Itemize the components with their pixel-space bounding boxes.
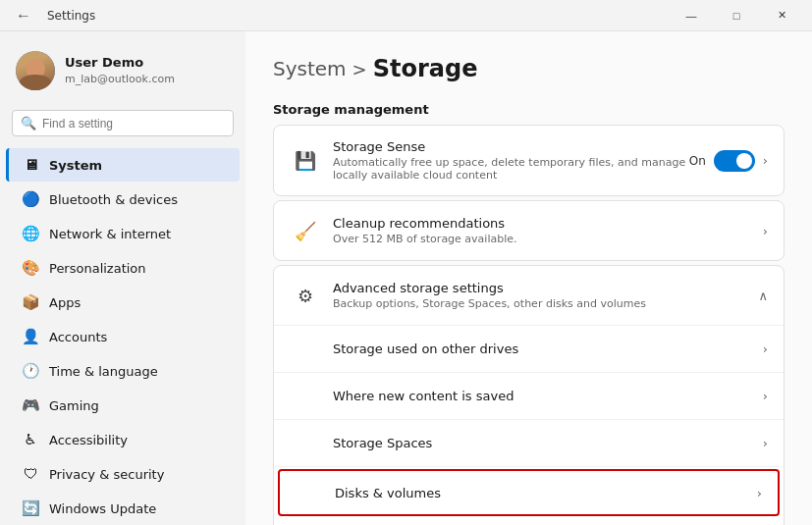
sidebar-nav: 🖥 System 🔵 Bluetooth & devices 🌐 Network…	[0, 148, 245, 525]
storage-sense-toggle[interactable]	[714, 150, 755, 172]
accounts-icon: 👤	[22, 328, 39, 345]
sidebar-item-apps[interactable]: 📦 Apps	[6, 286, 240, 319]
advanced-storage-content: Advanced storage settings Backup options…	[333, 281, 758, 310]
window-controls: — □ ✕	[669, 0, 804, 31]
sidebar-item-accounts[interactable]: 👤 Accounts	[6, 320, 240, 353]
sidebar-item-accessibility[interactable]: ♿ Accessibility	[6, 423, 240, 456]
sidebar-item-privacy[interactable]: 🛡 Privacy & security	[6, 457, 240, 491]
avatar-image	[16, 51, 55, 90]
user-name: User Demo	[65, 54, 175, 72]
disks-volumes-chevron: ›	[757, 486, 762, 500]
sidebar-label-accessibility: Accessibility	[49, 433, 128, 447]
cleanup-subtitle: Over 512 MB of storage available.	[333, 233, 763, 245]
storage-spaces-chevron: ›	[763, 436, 768, 450]
toggle-label: On	[689, 154, 706, 168]
sidebar-item-time[interactable]: 🕐 Time & language	[6, 354, 240, 388]
sidebar-label-system: System	[49, 158, 102, 173]
main-content: System > Storage Storage management 💾 St…	[245, 31, 812, 525]
storage-spaces-label: Storage Spaces	[333, 436, 763, 450]
personalization-icon: 🎨	[22, 259, 39, 277]
storage-sense-icon: 💾	[290, 145, 321, 177]
privacy-icon: 🛡	[22, 465, 39, 483]
sidebar-label-bluetooth: Bluetooth & devices	[49, 192, 178, 207]
advanced-storage-card: ⚙ Advanced storage settings Backup optio…	[273, 265, 785, 525]
sidebar-item-network[interactable]: 🌐 Network & internet	[6, 217, 240, 250]
cleanup-title: Cleanup recommendations	[333, 216, 763, 231]
new-content-row[interactable]: Where new content is saved ›	[274, 373, 784, 420]
sidebar-item-update[interactable]: 🔄 Windows Update	[6, 492, 240, 525]
disks-volumes-label: Disks & volumes	[335, 486, 757, 500]
update-icon: 🔄	[22, 499, 39, 517]
sidebar-label-network: Network & internet	[49, 227, 171, 241]
network-icon: 🌐	[22, 225, 39, 242]
cleanup-chevron: ›	[763, 224, 768, 238]
sidebar-label-accounts: Accounts	[49, 330, 107, 344]
cleanup-icon: 🧹	[290, 215, 321, 246]
minimize-button[interactable]: —	[669, 0, 714, 31]
backup-options-row[interactable]: Backup options ›	[274, 518, 784, 525]
cleanup-content: Cleanup recommendations Over 512 MB of s…	[333, 216, 763, 245]
sidebar-item-personalization[interactable]: 🎨 Personalization	[6, 251, 240, 285]
sidebar-label-update: Windows Update	[49, 501, 156, 516]
sidebar-label-privacy: Privacy & security	[49, 467, 164, 482]
storage-spaces-row[interactable]: Storage Spaces ›	[274, 420, 784, 467]
storage-sense-content: Storage Sense Automatically free up spac…	[333, 139, 689, 182]
user-email: m_lab@outlook.com	[65, 72, 175, 86]
advanced-storage-header[interactable]: ⚙ Advanced storage settings Backup optio…	[274, 266, 784, 326]
section-title: Storage management	[273, 102, 785, 117]
avatar	[16, 51, 55, 90]
advanced-chevron-up: ∧	[758, 289, 768, 303]
storage-sense-chevron: ›	[763, 153, 768, 168]
app-title: Settings	[47, 9, 95, 23]
search-box[interactable]: 🔍	[12, 110, 234, 136]
breadcrumb-separator: >	[352, 59, 367, 79]
cleanup-action: ›	[763, 224, 768, 238]
breadcrumb: System > Storage	[273, 55, 785, 82]
accessibility-icon: ♿	[22, 431, 39, 448]
title-bar: ← Settings — □ ✕	[0, 0, 812, 31]
bluetooth-icon: 🔵	[22, 190, 39, 208]
advanced-sub-rows: Storage used on other drives › Where new…	[274, 326, 784, 525]
other-drives-label: Storage used on other drives	[333, 341, 763, 356]
search-input[interactable]	[42, 117, 225, 131]
sidebar-label-time: Time & language	[49, 364, 158, 379]
storage-sense-card: 💾 Storage Sense Automatically free up sp…	[273, 125, 785, 196]
sidebar: User Demo m_lab@outlook.com 🔍 🖥 System 🔵…	[0, 31, 245, 525]
storage-sense-subtitle: Automatically free up space, delete temp…	[333, 156, 689, 182]
sidebar-item-bluetooth[interactable]: 🔵 Bluetooth & devices	[6, 183, 240, 216]
new-content-chevron: ›	[763, 389, 768, 403]
other-drives-chevron: ›	[763, 341, 768, 356]
breadcrumb-current: Storage	[373, 55, 478, 82]
advanced-storage-action: ∧	[758, 289, 768, 303]
maximize-button[interactable]: □	[714, 0, 759, 31]
cleanup-card: 🧹 Cleanup recommendations Over 512 MB of…	[273, 200, 785, 261]
advanced-storage-subtitle: Backup options, Storage Spaces, other di…	[333, 297, 758, 310]
advanced-storage-title: Advanced storage settings	[333, 281, 758, 295]
sidebar-label-gaming: Gaming	[49, 398, 99, 413]
user-info: User Demo m_lab@outlook.com	[65, 54, 175, 87]
search-icon: 🔍	[21, 116, 36, 131]
other-drives-row[interactable]: Storage used on other drives ›	[274, 326, 784, 373]
app-body: User Demo m_lab@outlook.com 🔍 🖥 System 🔵…	[0, 31, 812, 525]
disks-volumes-row[interactable]: Disks & volumes ›	[278, 469, 780, 516]
storage-sense-action: On ›	[689, 150, 768, 172]
apps-icon: 📦	[22, 293, 39, 311]
storage-sense-title: Storage Sense	[333, 139, 689, 154]
breadcrumb-parent: System	[273, 57, 347, 80]
cleanup-row[interactable]: 🧹 Cleanup recommendations Over 512 MB of…	[274, 201, 784, 260]
advanced-storage-icon: ⚙	[290, 280, 321, 311]
sidebar-item-system[interactable]: 🖥 System	[6, 148, 240, 182]
user-profile: User Demo m_lab@outlook.com	[0, 43, 245, 106]
sidebar-label-personalization: Personalization	[49, 261, 146, 276]
sidebar-label-apps: Apps	[49, 295, 81, 310]
title-bar-left: ← Settings	[8, 3, 95, 28]
system-icon: 🖥	[22, 156, 39, 174]
back-button[interactable]: ←	[8, 3, 39, 28]
time-icon: 🕐	[22, 362, 39, 380]
close-button[interactable]: ✕	[759, 0, 804, 31]
new-content-label: Where new content is saved	[333, 389, 763, 403]
sidebar-item-gaming[interactable]: 🎮 Gaming	[6, 389, 240, 422]
gaming-icon: 🎮	[22, 396, 39, 414]
storage-sense-row[interactable]: 💾 Storage Sense Automatically free up sp…	[274, 126, 784, 195]
